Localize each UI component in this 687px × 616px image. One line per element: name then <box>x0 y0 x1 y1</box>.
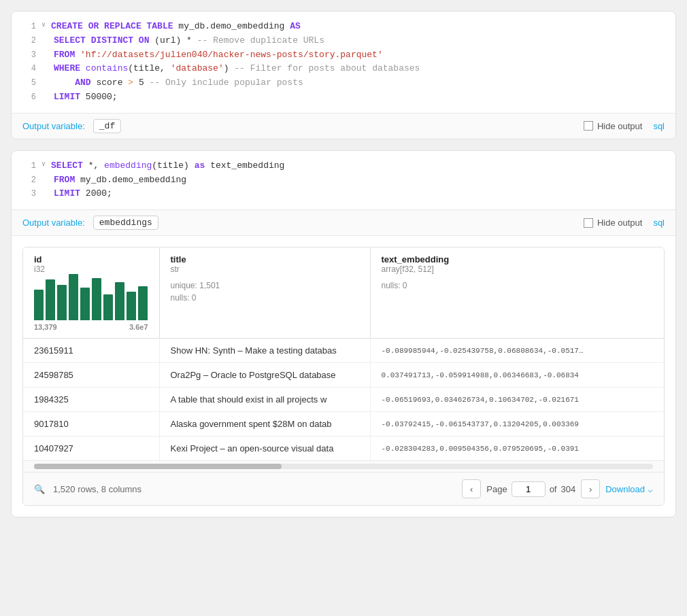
chart-labels: 13,379 3.6e7 <box>34 323 148 331</box>
line-number: 1 <box>22 20 36 33</box>
cell-embedding: -0.06519693,0.034626734,0.10634702,-0.02… <box>370 388 664 412</box>
table-row: 10407927 Kexi Project – an open-source v… <box>23 437 664 461</box>
line-code: CREATE OR REPLACE TABLE my_db.demo_embed… <box>51 20 665 34</box>
line-number: 2 <box>22 34 36 48</box>
bar <box>80 288 90 320</box>
search-icon: 🔍 <box>34 484 45 494</box>
bar <box>103 294 113 320</box>
cell-embedding: -0.03792415,-0.061543737,0.13204205,0.00… <box>370 412 664 437</box>
line-code: FROM 'hf://datasets/julien040/hacker-new… <box>54 48 665 63</box>
bar-chart-id <box>34 279 148 320</box>
bar <box>57 285 67 320</box>
line-number: 4 <box>22 62 36 75</box>
bar <box>34 290 44 320</box>
sql-badge[interactable]: sql <box>653 121 665 131</box>
cell-2: 1 ∨ SELECT *, embedding(title) as text_e… <box>11 150 676 517</box>
hide-output-label[interactable]: Hide output <box>584 121 643 131</box>
output-variable-label: Output variable: <box>22 121 85 131</box>
line-number: 2 <box>22 173 36 187</box>
bar <box>127 292 136 320</box>
code-line-5: 5 AND score > 5 -- Only include popular … <box>22 76 665 90</box>
rows-info: 1,520 rows, 8 columns <box>53 484 141 494</box>
table-footer: 🔍 1,520 rows, 8 columns ‹ Page of 304 › … <box>23 472 664 505</box>
code-editor-2[interactable]: 1 ∨ SELECT *, embedding(title) as text_e… <box>12 151 675 209</box>
line-code: AND score > 5 -- Only include popular po… <box>54 76 665 90</box>
col-header-id: id i32 <box>23 247 159 339</box>
chart-max: 3.6e7 <box>129 323 148 331</box>
bar <box>115 282 124 320</box>
line-toggle[interactable]: ∨ <box>41 20 46 31</box>
hide-output-label[interactable]: Hide output <box>584 218 643 228</box>
page-total: 304 <box>560 484 575 494</box>
bar <box>46 279 55 320</box>
cell-title: Kexi Project – an open-source visual dat… <box>159 437 370 461</box>
line-number: 5 <box>22 76 36 90</box>
pagination: ‹ Page of 304 › Download ⌵ <box>462 479 653 498</box>
cell-id: 1984325 <box>23 388 159 412</box>
code-line-2: 2 SELECT DISTINCT ON (url) * -- Remove d… <box>22 34 665 48</box>
footer-right: Hide output sql <box>584 218 665 228</box>
code-line-2: 2 FROM my_db.demo_embedding <box>22 173 665 188</box>
cell-id: 9017810 <box>23 412 159 437</box>
col-header-title: title str unique: 1,501nulls: 0 <box>159 247 370 339</box>
cell-embedding: 0.037491713,-0.059914988,0.06346683,-0.0… <box>370 363 664 388</box>
cell-1: 1 ∨ CREATE OR REPLACE TABLE my_db.demo_e… <box>11 11 676 139</box>
bar <box>92 278 101 320</box>
hide-output-text: Hide output <box>597 121 643 131</box>
output-variable-label: Output variable: <box>22 218 85 228</box>
line-code: LIMIT 2000; <box>54 187 665 201</box>
col-meta-embedding: nulls: 0 <box>382 279 654 292</box>
hide-output-checkbox[interactable] <box>584 121 593 131</box>
cell-embedding: -0.089985944,-0.025439758,0.06808634,-0.… <box>370 339 664 363</box>
table-header-row: id i32 <box>23 247 664 339</box>
next-page-button[interactable]: › <box>581 479 600 498</box>
hide-output-text: Hide output <box>597 218 643 228</box>
bar <box>138 286 148 320</box>
table-body: 23615911 Show HN: Synth – Make a testing… <box>23 339 664 461</box>
line-toggle[interactable]: ∨ <box>41 159 46 170</box>
cell-1-footer: Output variable: _df Hide output sql <box>12 113 675 139</box>
cell-embedding: -0.028304283,0.009504356,0.079520695,-0.… <box>370 437 664 461</box>
cell-title: Show HN: Synth – Make a testing databas <box>159 339 370 363</box>
col-name-id: id <box>34 254 148 264</box>
code-line-4: 4 WHERE contains(title, 'database') -- F… <box>22 62 665 76</box>
line-number: 6 <box>22 90 36 104</box>
download-chevron-icon: ⌵ <box>648 484 653 494</box>
output-variable-input[interactable]: _df <box>93 119 121 133</box>
hide-output-checkbox[interactable] <box>584 218 593 228</box>
col-type-title: str <box>171 264 359 274</box>
horizontal-scrollbar[interactable] <box>23 460 664 472</box>
line-code: FROM my_db.demo_embedding <box>54 173 665 188</box>
scrollbar-thumb <box>34 464 282 469</box>
output-variable-input[interactable]: embeddings <box>93 216 158 230</box>
line-number: 3 <box>22 48 36 62</box>
page-label: Page <box>486 484 507 494</box>
code-line-3: 3 LIMIT 2000; <box>22 187 665 201</box>
cell-title: Ora2Pg – Oracle to PostgreSQL database <box>159 363 370 388</box>
sql-badge[interactable]: sql <box>653 218 665 228</box>
cell-2-footer: Output variable: embeddings Hide output … <box>12 209 675 235</box>
col-name-embedding: text_embedding <box>382 254 654 264</box>
cell-title: A table that should exist in all project… <box>159 388 370 412</box>
code-line-3: 3 FROM 'hf://datasets/julien040/hacker-n… <box>22 48 665 63</box>
cell-title: Alaska government spent $28M on datab <box>159 412 370 437</box>
line-code: SELECT DISTINCT ON (url) * -- Remove dup… <box>54 34 665 48</box>
code-line-1: 1 ∨ SELECT *, embedding(title) as text_e… <box>22 159 665 173</box>
cell-id: 24598785 <box>23 363 159 388</box>
page-number-input[interactable] <box>512 481 546 497</box>
line-code: WHERE contains(title, 'database') -- Fil… <box>54 62 665 76</box>
code-editor-1[interactable]: 1 ∨ CREATE OR REPLACE TABLE my_db.demo_e… <box>12 12 675 113</box>
line-code: LIMIT 50000; <box>54 90 665 105</box>
line-code: SELECT *, embedding(title) as text_embed… <box>51 159 665 173</box>
data-table: id i32 <box>23 247 664 460</box>
col-header-embedding: text_embedding array[f32, 512] nulls: 0 <box>370 247 664 339</box>
download-button[interactable]: Download ⌵ <box>605 484 653 494</box>
scrollbar-track <box>34 464 653 469</box>
results-container: id i32 <box>12 235 675 517</box>
prev-page-button[interactable]: ‹ <box>462 479 481 498</box>
download-label: Download <box>605 484 645 494</box>
line-number: 3 <box>22 187 36 201</box>
footer-right: Hide output sql <box>584 121 665 131</box>
line-number: 1 <box>22 159 36 173</box>
col-meta-title: unique: 1,501nulls: 0 <box>171 279 359 304</box>
